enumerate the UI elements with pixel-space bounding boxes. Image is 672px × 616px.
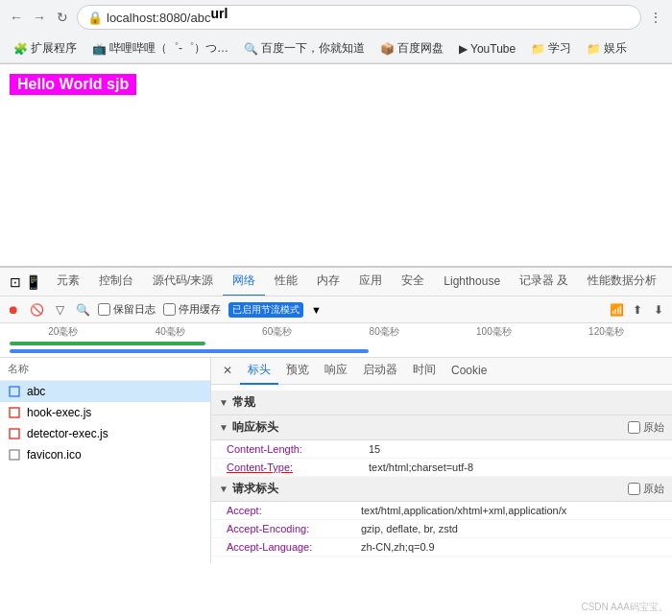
address-bar[interactable]: 🔒 localhost:8080/abc url xyxy=(77,5,641,30)
bookmark-bilibili[interactable]: 📺 哔哩哔哩（゜-゜）つ… xyxy=(86,37,234,59)
content-length-row: Content-Length: 15 xyxy=(211,440,672,459)
accept-language-row: Accept-Language: zh-CN,zh;q=0.9 xyxy=(211,538,672,557)
search-button[interactable]: 🔍 xyxy=(75,302,90,318)
bookmark-label: 百度网盘 xyxy=(397,40,444,57)
tab-elements[interactable]: 元素 xyxy=(47,268,89,296)
bookmark-label: 娱乐 xyxy=(604,40,627,57)
filter-button[interactable]: ▽ xyxy=(52,302,67,318)
general-section-header[interactable]: ▼ 常规 xyxy=(211,391,672,415)
refresh-button[interactable]: ↻ xyxy=(54,9,71,26)
timeline-bar: 20毫秒 40毫秒 60毫秒 80毫秒 100毫秒 120毫秒 xyxy=(0,323,672,358)
preserve-log-checkbox[interactable]: 保留日志 xyxy=(98,302,156,317)
raw-label: 原始 xyxy=(643,420,664,435)
record-button[interactable]: ⏺ xyxy=(6,302,21,318)
response-section-right: 原始 xyxy=(628,420,664,435)
bookmarks-bar: 🧩 扩展程序 📺 哔哩哔哩（゜-゜）つ… 🔍 百度一下，你就知道 📦 百度网盘 … xyxy=(0,35,672,63)
clear-button[interactable]: 🚫 xyxy=(29,302,44,318)
more-button[interactable]: ⋮ xyxy=(647,9,664,26)
timeline-60ms: 60毫秒 xyxy=(262,325,292,339)
throttle-dropdown-icon[interactable]: ▼ xyxy=(311,304,322,316)
devtools-icons: ⊡ 📱 xyxy=(4,274,47,290)
content-length-key: Content-Length: xyxy=(227,443,361,455)
detail-panel: ✕ 标头 预览 响应 启动器 时间 Cookie ▼ 常规 ▼ xyxy=(211,358,672,563)
toggle-icon: ▼ xyxy=(219,484,228,494)
nav-bar: ← → ↻ 🔒 localhost:8080/abc url ⋮ xyxy=(0,0,672,35)
tab-lighthouse[interactable]: Lighthouse xyxy=(434,268,510,296)
network-toolbar: ⏺ 🚫 ▽ 🔍 保留日志 停用缓存 已启用节流模式 ▼ 📶 ⬆ ⬇ xyxy=(0,296,672,323)
file-item-abc[interactable]: abc xyxy=(0,381,210,402)
timeline-40ms: 40毫秒 xyxy=(156,325,185,339)
tab-perf-insights[interactable]: 性能数据分析 xyxy=(578,268,666,296)
preserve-log-input[interactable] xyxy=(98,303,110,316)
sub-tab-response[interactable]: 响应 xyxy=(317,358,355,385)
file-item-favicon[interactable]: favicon.ico xyxy=(0,444,210,465)
tab-recorder[interactable]: 记录器 及 xyxy=(510,268,578,296)
bookmark-label: 扩展程序 xyxy=(31,40,77,57)
sub-tab-initiator[interactable]: 启动器 xyxy=(355,358,405,385)
bookmark-baidupan[interactable]: 📦 百度网盘 xyxy=(374,37,449,59)
request-section-right: 原始 xyxy=(628,482,664,496)
throttle-badge[interactable]: 已启用节流模式 xyxy=(228,302,303,318)
inspect-icon[interactable]: ⊡ xyxy=(10,274,21,290)
raw-checkbox-input[interactable] xyxy=(628,421,640,434)
content-type-key: Content-Type: xyxy=(227,462,361,473)
file-name: detector-exec.js xyxy=(27,427,108,440)
tab-network[interactable]: 网络 xyxy=(223,268,265,296)
timeline-20ms: 20毫秒 xyxy=(48,325,78,339)
js-icon xyxy=(8,427,21,440)
bookmark-extensions[interactable]: 🧩 扩展程序 xyxy=(8,37,83,59)
accept-row: Accept: text/html,application/xhtml+xml,… xyxy=(211,502,672,520)
svg-rect-0 xyxy=(10,387,19,396)
raw-checkbox[interactable]: 原始 xyxy=(628,420,664,435)
extensions-icon: 🧩 xyxy=(13,42,28,56)
file-name: hook-exec.js xyxy=(27,406,91,419)
tab-memory[interactable]: 内存 xyxy=(307,268,349,296)
request-headers-section[interactable]: ▼ 请求标头 原始 xyxy=(211,477,672,502)
tab-security[interactable]: 安全 xyxy=(392,268,434,296)
download-icon[interactable]: ⬇ xyxy=(651,302,666,318)
device-icon[interactable]: 📱 xyxy=(25,274,41,290)
disable-cache-checkbox[interactable]: 停用缓存 xyxy=(163,302,221,317)
headers-content: ▼ 常规 ▼ 响应标头 原始 xyxy=(211,385,672,562)
bookmark-baidu[interactable]: 🔍 百度一下，你就知道 xyxy=(238,37,371,59)
tab-sources[interactable]: 源代码/来源 xyxy=(143,268,223,296)
sub-tab-timing[interactable]: 时间 xyxy=(405,358,444,385)
bookmark-youtube[interactable]: ▶ YouTube xyxy=(453,39,521,59)
bilibili-icon: 📺 xyxy=(92,42,107,56)
file-item-hook[interactable]: hook-exec.js xyxy=(0,402,210,423)
file-list-header: 名称 xyxy=(0,358,210,381)
sub-tab-close[interactable]: ✕ xyxy=(215,358,240,385)
svg-rect-3 xyxy=(10,450,19,460)
sub-tab-preview[interactable]: 预览 xyxy=(278,358,317,385)
folder-icon: 📁 xyxy=(531,42,545,56)
tab-console[interactable]: 控制台 xyxy=(89,268,143,296)
response-headers-section[interactable]: ▼ 响应标头 原始 xyxy=(211,415,672,440)
devtools-tabs: ⊡ 📱 元素 控制台 源代码/来源 网络 性能 内存 应用 安全 Lightho… xyxy=(0,268,672,296)
raw-checkbox-req[interactable]: 原始 xyxy=(628,482,664,496)
sub-tab-headers[interactable]: 标头 xyxy=(240,358,278,385)
disable-cache-input[interactable] xyxy=(163,303,176,316)
js-icon xyxy=(8,406,21,419)
upload-icon[interactable]: ⬆ xyxy=(630,302,645,318)
file-item-detector[interactable]: detector-exec.js xyxy=(0,423,210,444)
response-section-left: ▼ 响应标头 xyxy=(219,419,278,436)
timeline-green-bar xyxy=(10,342,205,345)
sub-tab-cookie[interactable]: Cookie xyxy=(444,358,494,385)
bookmark-entertainment[interactable]: 📁 娱乐 xyxy=(581,37,633,59)
accept-value: text/html,application/xhtml+xml,applicat… xyxy=(361,505,566,516)
timeline-progress xyxy=(10,349,662,353)
forward-button[interactable]: → xyxy=(31,9,48,26)
bookmark-study[interactable]: 📁 学习 xyxy=(525,37,577,59)
timeline-100ms: 100毫秒 xyxy=(476,325,512,339)
raw-checkbox-req-input[interactable] xyxy=(628,483,640,495)
timeline-labels: 20毫秒 40毫秒 60毫秒 80毫秒 100毫秒 120毫秒 xyxy=(0,325,672,339)
accept-key: Accept: xyxy=(227,505,361,516)
content-type-value: text/html;charset=utf-8 xyxy=(369,462,473,473)
svg-rect-1 xyxy=(10,408,19,417)
tab-performance[interactable]: 性能 xyxy=(265,268,307,296)
back-button[interactable]: ← xyxy=(8,9,25,26)
tab-application[interactable]: 应用 xyxy=(349,268,392,296)
hello-world-text: Hello World sjb xyxy=(10,74,136,95)
devtools: ⊡ 📱 元素 控制台 源代码/来源 网络 性能 内存 应用 安全 Lightho… xyxy=(0,266,672,563)
bookmark-label: 哔哩哔哩（゜-゜）つ… xyxy=(109,40,228,57)
